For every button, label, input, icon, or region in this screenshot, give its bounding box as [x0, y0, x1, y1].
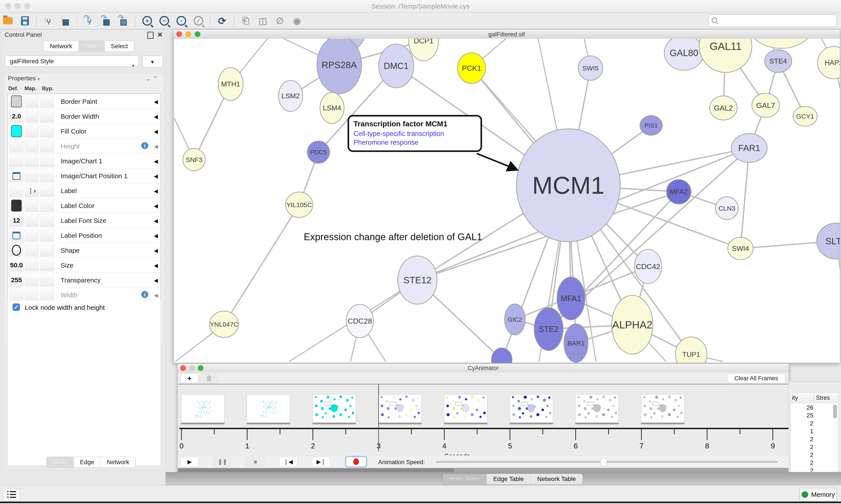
mapping-cell[interactable] [25, 244, 39, 257]
network-node-botpurple[interactable] [491, 348, 512, 363]
network-node-ste12[interactable]: STE12 [398, 256, 437, 304]
collapse-arrow-icon[interactable]: ◀ [154, 158, 158, 164]
bypass-cell[interactable] [40, 244, 54, 257]
style-options-button[interactable]: ▼ [142, 55, 163, 68]
default-value-cell[interactable] [10, 140, 23, 152]
open-session-icon[interactable] [2, 15, 14, 26]
collapse-arrow-icon[interactable]: ◀ [154, 188, 158, 194]
network-node-mfa1[interactable]: MFA1 [557, 277, 585, 320]
collapse-arrow-icon[interactable]: ◀ [154, 218, 158, 224]
add-frame-button[interactable]: + [181, 374, 198, 383]
delete-frame-button[interactable]: 🗑 [202, 374, 217, 383]
expand-collapse-icons[interactable]: ⌄⌃ [146, 75, 160, 82]
network-node-alpha2[interactable]: ALPHA2 [612, 295, 653, 354]
network-node-cdc28[interactable]: CDC28 [346, 304, 373, 338]
frame-thumbnail-3[interactable] [378, 394, 422, 423]
mapping-cell[interactable] [25, 155, 39, 167]
property-row-border-paint[interactable]: Border Paint◀ [8, 94, 161, 109]
property-row-height[interactable]: Heighti◀ [8, 139, 161, 154]
export-network-icon[interactable]: ⑂↷ [84, 15, 95, 26]
info-icon[interactable]: i [141, 142, 148, 149]
network-node-cdc42[interactable]: CDC42 [634, 249, 662, 284]
slider-thumb[interactable] [600, 457, 607, 466]
default-value-cell[interactable] [10, 199, 23, 212]
table-cell-value[interactable]: 2 [791, 420, 813, 427]
zoom-out-icon[interactable]: − [159, 15, 170, 26]
column-header-stress[interactable]: Stres [816, 395, 830, 401]
default-value-cell[interactable]: 2.0 [10, 110, 23, 123]
network-node-tup1[interactable]: TUP1 [676, 337, 707, 363]
collapse-arrow-icon[interactable]: ◀ [154, 143, 158, 149]
pause-button[interactable]: ❚❚ [214, 457, 232, 467]
save-session-icon[interactable] [19, 15, 31, 26]
network-node-cln3[interactable]: CLN3 [716, 197, 738, 220]
animation-speed-slider[interactable] [436, 461, 778, 463]
default-value-cell[interactable] [10, 229, 23, 242]
close-panel-icon[interactable]: ✕ [157, 31, 163, 38]
mapping-cell[interactable] [25, 169, 39, 182]
column-header-centrality[interactable]: ity [792, 395, 798, 401]
table-cell-value[interactable]: 2 [791, 444, 813, 451]
bypass-cell[interactable] [40, 229, 54, 242]
bypass-cell[interactable] [40, 110, 54, 123]
default-value-cell[interactable]: 12 [10, 214, 23, 227]
network-node-ste4[interactable]: STE4 [765, 50, 792, 72]
stop-button[interactable]: ■ [246, 457, 264, 467]
network-canvas[interactable]: RPS28BRPS28ADMC1DCP1PCK1SWI5GAL80GAL11ST… [173, 39, 840, 363]
network-node-gal11[interactable]: GAL11 [699, 39, 752, 72]
network-file-icon[interactable]: ⎗ [240, 15, 251, 26]
network-node-gal80[interactable]: GAL80 [664, 39, 704, 70]
network-node-ynl047c[interactable]: YNL047C [210, 311, 238, 337]
tab-select[interactable]: Select [105, 41, 134, 51]
network-edge[interactable] [740, 148, 749, 249]
frame-thumbnail-0[interactable]: ▎▍▌▖▗ [181, 394, 225, 423]
network-node-lsm4[interactable]: LSM4 [320, 92, 344, 124]
network-node-far1[interactable]: FAR1 [731, 133, 767, 162]
network-node-gal7[interactable]: GAL7 [752, 93, 780, 118]
collapse-arrow-icon[interactable]: ◀ [154, 173, 158, 179]
play-button[interactable]: ▶ [181, 457, 199, 467]
table-cell-value[interactable]: 1 [791, 428, 813, 435]
binoculars-icon[interactable]: ◫ [257, 15, 269, 26]
mapping-cell[interactable] [25, 125, 39, 138]
network-node-gcy1[interactable]: GCY1 [793, 106, 817, 126]
property-row-width[interactable]: Widthi◀ [8, 287, 161, 302]
skip-to-end-button[interactable]: ▶❘ [312, 457, 330, 467]
zoom-in-icon[interactable]: + [142, 15, 153, 26]
default-value-cell[interactable] [10, 244, 23, 257]
task-history-button[interactable] [3, 488, 20, 501]
network-node-mcm1[interactable]: MCM1 [516, 129, 620, 242]
property-row-image-chart-position-1[interactable]: Image/Chart Position 1◀ [8, 168, 161, 183]
zoom-selected-icon[interactable]: ✓ [193, 15, 204, 26]
network-node-pis1[interactable]: PIS1 [640, 115, 662, 135]
property-row-image-chart-1[interactable]: Image/Chart 1◀ [8, 154, 161, 168]
style-selector[interactable]: galFiltered Style ▾ [5, 55, 139, 67]
mapping-cell[interactable] [25, 140, 39, 152]
network-node-bar1[interactable]: BAR1 [564, 324, 588, 362]
network-node-ste2[interactable]: STE2 [534, 308, 563, 350]
network-node-topyellow[interactable] [747, 39, 815, 48]
frame-thumbnail-4[interactable] [444, 394, 487, 423]
show-details-icon[interactable]: ◉ [291, 15, 303, 26]
property-row-border-width[interactable]: 2.0Border Width◀ [8, 109, 161, 124]
zoom-fit-icon[interactable]: ▫ [176, 15, 187, 26]
default-value-cell[interactable] [10, 289, 23, 301]
import-network-icon[interactable]: ⑂↓ [43, 15, 54, 26]
frame-thumbnail-6[interactable] [575, 394, 619, 423]
import-table-icon[interactable]: ▦↓ [60, 15, 71, 26]
memory-button[interactable]: Memory [799, 488, 837, 501]
property-row-transparency[interactable]: 255Transparency◀ [8, 273, 161, 287]
timeline-playhead[interactable] [378, 384, 379, 451]
bypass-cell[interactable] [40, 125, 54, 138]
tab-style[interactable]: Style [78, 41, 105, 51]
network-node-gic2[interactable]: GIC2 [505, 304, 525, 335]
mapping-cell[interactable] [25, 274, 39, 286]
export-table-icon[interactable]: ▦↷ [101, 15, 112, 26]
default-value-cell[interactable] [10, 125, 23, 138]
tab-edge[interactable]: Edge [74, 457, 101, 467]
tab-edge-table[interactable]: Edge Table [487, 474, 531, 484]
mapping-cell[interactable] [25, 214, 39, 227]
export-image-icon[interactable]: ▨↷ [118, 15, 129, 26]
lock-node-size-checkbox[interactable]: ✓ [13, 303, 20, 311]
table-scrollbar[interactable] [832, 404, 838, 476]
